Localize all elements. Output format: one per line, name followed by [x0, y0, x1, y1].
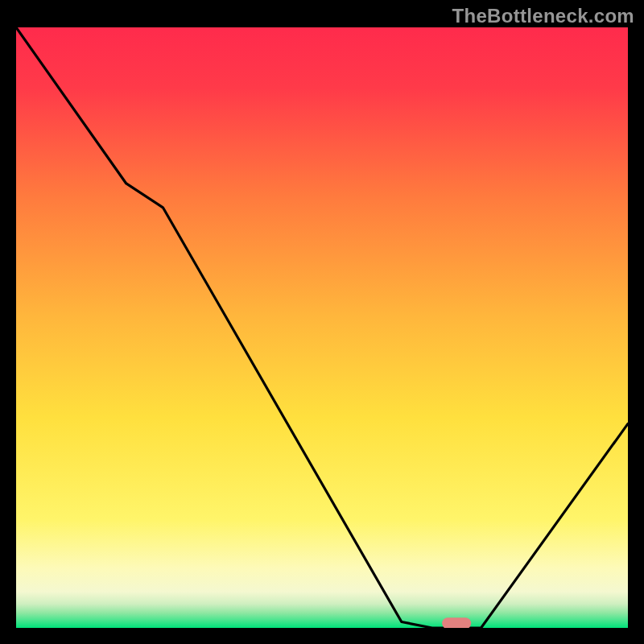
- chart-plot-area: [16, 27, 628, 628]
- optimum-marker: [442, 617, 471, 628]
- chart-svg: [16, 27, 628, 628]
- watermark-text: TheBottleneck.com: [452, 5, 634, 27]
- chart-background: [16, 27, 628, 628]
- chart-frame: TheBottleneck.com: [0, 0, 644, 644]
